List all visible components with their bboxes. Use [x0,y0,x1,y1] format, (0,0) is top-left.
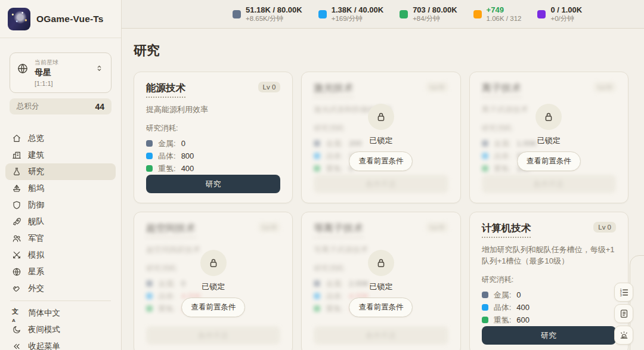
rocket-icon [12,217,21,227]
main-content: 研究 能源技术Lv 0提高能源利用效率研究消耗:金属:0晶体:800重氢:400… [122,29,644,350]
research-card: 超空间技术Lv 0超空间跳跃技术研究消耗:金属:0晶体:4.00K重氢:2.00… [134,212,293,350]
crystal-icon [482,304,488,311]
cost-row-metal: 金属:0 [146,137,280,150]
lock-circle [535,104,562,130]
research-button[interactable]: 研究 [482,326,616,345]
queue-button[interactable]: 123 [614,283,633,302]
resource-amount: 1.38K / 40.00K [332,5,383,14]
app-title: OGame-Vue-Ts [36,14,104,24]
deuterium-icon [400,10,408,18]
locked-overlay: 已锁定查看前置条件 [134,212,292,350]
cost-row-crystal: 晶体:400 [482,301,616,314]
swords-icon [12,250,21,260]
sidebar-item-diplomacy[interactable]: 外交 [5,280,116,297]
sidebar-item-shipyard[interactable]: 船坞 [5,180,116,197]
cost-resource-label: 金属: [494,290,512,301]
sidebar-item-label: 夜间模式 [28,324,60,335]
planet-selector[interactable]: 当前星球 母星 [1:1:1] [10,52,112,93]
tech-title: 计算机技术 [482,222,531,238]
sidebar-header: OGame-Vue-Ts [0,0,121,38]
crystal-icon [146,153,153,159]
tech-level-badge: Lv 0 [593,222,616,233]
sidebar-item-label: 研究 [28,166,44,177]
view-prerequisites-button[interactable]: 查看前置条件 [181,298,245,317]
sidebar-item-label: 船坞 [28,183,44,194]
dark-matter-icon [537,10,546,18]
lock-icon [375,257,387,269]
cost-resource-label: 金属: [158,138,176,149]
view-prerequisites-button[interactable]: 查看前置条件 [349,151,413,171]
cost-resource-value: 0 [181,139,185,148]
ordered-list-icon: 123 [619,287,629,298]
tech-description: 增加研究队列和舰队任务槽位，每级+1队列+1槽位（最多10级） [482,244,616,267]
sidebar-item-flask[interactable]: 研究 [5,163,116,180]
sidebar-item-label: 防御 [28,200,44,210]
total-score-label: 总积分 [17,101,39,111]
card-content: 能源技术Lv 0提高能源利用效率研究消耗:金属:0晶体:800重氢:400研究 [146,82,280,193]
resource-energy-values: +7491.06K / 312 [487,5,522,23]
locked-label: 已锁定 [537,135,561,146]
sidebar-item-collapse[interactable]: 收起菜单 [5,338,116,350]
energy-icon [473,10,482,18]
planet-selector-label: 当前星球 [35,58,90,67]
sidebar-item-swords[interactable]: 模拟 [5,247,116,264]
resource-deuterium: 703 / 80.00K+84/分钟 [400,5,457,23]
research-button[interactable]: 研究 [146,175,280,193]
resource-rate: +0/分钟 [550,14,582,23]
locked-label: 已锁定 [369,281,392,292]
metal-icon [146,140,153,147]
moon-icon [12,325,21,334]
research-card: 能源技术Lv 0提高能源利用效率研究消耗:金属:0晶体:800重氢:400研究 [134,72,293,203]
shipyard-icon [12,184,21,193]
topbar: 51.18K / 80.00K+8.65K/分钟1.38K / 40.00K+1… [122,0,644,29]
sidebar-item-building[interactable]: 建筑 [5,147,116,163]
home-icon [12,134,21,143]
resource-rate: +8.65K/分钟 [246,14,302,23]
sidebar-item-officers[interactable]: 军官 [5,230,116,247]
scroll-icon [619,309,629,319]
sidebar-item-rocket[interactable]: 舰队 [5,213,116,230]
sidebar-item-label: 舰队 [28,216,44,227]
locked-label: 已锁定 [202,281,225,292]
tech-title: 能源技术 [146,82,185,98]
cost-label: 研究消耗: [146,123,280,134]
research-grid: 能源技术Lv 0提高能源利用效率研究消耗:金属:0晶体:800重氢:400研究激… [134,72,628,350]
metal-icon [482,292,488,298]
log-button[interactable] [614,304,633,323]
sidebar-item-home[interactable]: 总览 [5,130,116,147]
sidebar-item-label: 简体中文 [28,308,60,318]
resource-metal: 51.18K / 80.00K+8.65K/分钟 [233,5,302,23]
app-logo [8,8,30,30]
research-card: 激光技术Lv 0激光武器和防御的基础研究消耗:金属:200晶体:100重氢:0条… [301,72,460,203]
sidebar-item-label: 军官 [28,233,44,244]
alarm-button[interactable] [614,326,633,345]
sidebar-item-moon[interactable]: 夜间模式 [5,321,116,338]
crystal-icon [318,10,327,18]
view-prerequisites-button[interactable]: 查看前置条件 [349,298,413,317]
deuterium-icon [482,317,488,323]
cost-label: 研究消耗: [482,275,616,285]
sidebar-item-label: 模拟 [28,250,44,261]
sidebar-item-label: 收起菜单 [28,341,60,350]
resource-amount: 703 / 80.00K [413,5,457,14]
cost-row-deuterium: 重氢:600 [482,314,616,326]
tech-description: 提高能源利用效率 [146,104,280,115]
view-prerequisites-button[interactable]: 查看前置条件 [517,151,581,171]
resource-deuterium-values: 703 / 80.00K+84/分钟 [413,5,457,23]
lock-icon [543,111,555,123]
cost-row-crystal: 晶体:800 [146,150,280,162]
chevron-updown-icon [95,64,104,73]
sidebar-item-shield[interactable]: 防御 [5,197,116,213]
sidebar-item-translate[interactable]: 文A简体中文 [5,305,116,321]
locked-overlay: 已锁定查看前置条件 [302,72,460,203]
sidebar-item-label: 外交 [28,283,44,294]
planet-name: 母星 [35,67,90,78]
resource-amount: +749 [487,5,522,14]
research-card: 计算机技术Lv 0增加研究队列和舰队任务槽位，每级+1队列+1槽位（最多10级）… [469,212,628,350]
cost-resource-label: 重氢: [158,163,176,174]
deuterium-icon [146,165,153,172]
sidebar-item-galaxy[interactable]: 星系 [5,264,116,280]
card-content: 计算机技术Lv 0增加研究队列和舰队任务槽位，每级+1队列+1槽位（最多10级）… [482,222,616,345]
lock-circle [368,104,394,130]
galaxy-icon [12,267,21,277]
